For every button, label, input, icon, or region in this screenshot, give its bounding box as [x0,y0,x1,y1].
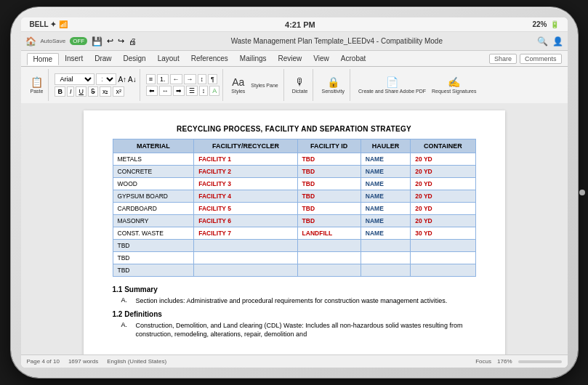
line-spacing-button[interactable]: ↕ [199,86,209,96]
align-right-button[interactable]: ➡ [173,86,185,96]
tab-mailings[interactable]: Mailings [234,53,273,64]
justify-button[interactable]: ☰ [186,86,198,96]
show-marks-button[interactable]: ¶ [208,74,217,84]
autosave-label: AutoSave [41,38,66,44]
home-icon: 🏠 [25,36,36,46]
bold-button[interactable]: B [55,86,65,97]
undo-icon[interactable]: ↩ [107,36,113,46]
table-cell: 20 YD [411,178,475,190]
share-comments-group: Share Comments [489,54,562,64]
sensitivity-button[interactable]: 🔒 Sensitivity [319,75,347,95]
user-icon[interactable]: 👤 [552,36,563,46]
table-cell: TBD [113,264,194,277]
table-cell: TBD [297,153,361,166]
table-cell: 20 YD [411,203,475,215]
table-row: TBD [113,240,475,252]
tab-references[interactable]: References [185,53,234,64]
table-cell: FACILITY 6 [194,215,297,227]
table-cell [361,240,410,252]
create-pdf-button[interactable]: 📄 Create and Share Adobe PDF [356,75,428,95]
paste-icon: 📋 [31,76,43,88]
table-cell: NAME [361,215,410,227]
item-text-a1: Section includes: Administrative and pro… [136,296,448,306]
document-area[interactable]: RECYCLING PROCESS, FACILITY AND SEPARATI… [21,103,568,354]
pdf-icon: 📄 [386,76,398,88]
tab-review[interactable]: Review [273,53,308,64]
table-cell: TBD [297,203,361,215]
autosave-toggle[interactable]: OFF [70,37,87,45]
paragraph-group: ≡ 1. ← → ↕ ¶ ⬅ ↔ ➡ ☰ ↕ [143,69,224,101]
ios-status-bar: BELL ✦ 📶 4:21 PM 22% 🔋 [21,17,568,32]
numbering-button[interactable]: 1. [157,74,169,84]
table-cell [411,264,475,277]
request-signatures-button[interactable]: ✍ Request Signatures [430,75,478,95]
tab-draw[interactable]: Draw [89,53,117,64]
paste-group: 📋 Paste [25,69,49,101]
toolbar-left-icons: 🏠 AutoSave OFF 💾 ↩ ↪ 🖨 [25,36,137,46]
item-letter-a2: A. [121,321,130,339]
save-icon[interactable]: 💾 [92,36,102,46]
tab-design[interactable]: Design [118,53,152,64]
language-label: English (United States) [107,358,166,365]
zoom-slider[interactable] [518,360,562,363]
table-cell: GYPSUM BOARD [113,190,194,203]
section-title: RECYCLING PROCESS, FACILITY AND SEPARATI… [113,125,476,133]
italic-button[interactable]: I [67,86,75,97]
styles-pane-button[interactable]: Styles Pane [249,81,280,89]
focus-button[interactable]: Focus [475,358,491,365]
table-cell [361,252,410,264]
tab-layout[interactable]: Layout [152,53,185,64]
indent-increase-button[interactable]: → [184,74,196,84]
align-center-button[interactable]: ↔ [159,86,172,96]
paste-button[interactable]: 📋 Paste [28,75,46,95]
summary-item-a1: A. Section includes: Administrative and … [121,296,476,306]
indent-decrease-button[interactable]: ← [170,74,182,84]
table-cell: TBD [297,190,361,203]
font-grow-button[interactable]: A↑ [118,76,126,84]
table-header-row: MATERIAL FACILITY/RECYCLER FACILITY ID H… [113,139,475,153]
font-size-select[interactable]: 12 [96,73,116,85]
ipad-side-button[interactable] [579,190,585,195]
sort-button[interactable]: ↕ [198,74,207,84]
table-cell: TBD [113,240,194,252]
wifi-icon: 📶 [59,20,68,28]
col-header-facility-recycler: FACILITY/RECYCLER [194,139,297,153]
dictate-button[interactable]: 🎙 Dictate [290,75,310,95]
search-icon[interactable]: 🔍 [537,36,548,46]
zoom-level: 176% [497,358,512,365]
strikethrough-button[interactable]: S̶ [88,86,98,97]
item-text-a2: Construction, Demolition, and Land clear… [136,321,476,339]
align-left-button[interactable]: ⬅ [146,86,158,96]
print-icon[interactable]: 🖨 [129,37,137,46]
font-shrink-button[interactable]: A↓ [128,76,137,84]
table-cell: 30 YD [411,227,475,240]
table-cell: NAME [361,166,410,178]
document-status-bar: Page 4 of 10 1697 words English (United … [21,354,568,368]
font-family-select[interactable]: Arial [55,73,94,85]
table-cell [297,240,361,252]
bullets-button[interactable]: ≡ [146,74,156,84]
shading-button[interactable]: A [209,86,220,96]
share-button[interactable]: Share [489,54,517,64]
underline-button[interactable]: U [76,86,86,97]
table-cell: 20 YD [411,153,475,166]
subscript-button[interactable]: x₂ [100,86,112,97]
table-cell: FACILITY 4 [194,190,297,203]
comments-button[interactable]: Comments [520,54,562,64]
redo-icon[interactable]: ↪ [118,36,124,46]
tab-home[interactable]: Home [27,53,60,65]
table-cell: 20 YD [411,190,475,203]
tab-insert[interactable]: Insert [59,53,89,64]
styles-button[interactable]: Aa Styles [229,75,247,95]
carrier-label: BELL ✦ [30,20,57,28]
superscript-button[interactable]: x² [113,86,124,97]
status-right-group: Focus 176% [475,358,561,365]
table-row: CONCRETEFACILITY 2TBDNAME20 YD [113,166,475,178]
word-toolbar: 🏠 AutoSave OFF 💾 ↩ ↪ 🖨 Waste Management … [21,32,568,51]
align-row: ⬅ ↔ ➡ ☰ ↕ A [146,86,220,96]
tab-acrobat[interactable]: Acrobat [335,53,371,64]
summary-section: 1.1 Summary A. Section includes: Adminis… [113,285,476,339]
table-cell: WOOD [113,178,194,190]
table-cell: NAME [361,153,410,166]
tab-view[interactable]: View [307,53,335,64]
